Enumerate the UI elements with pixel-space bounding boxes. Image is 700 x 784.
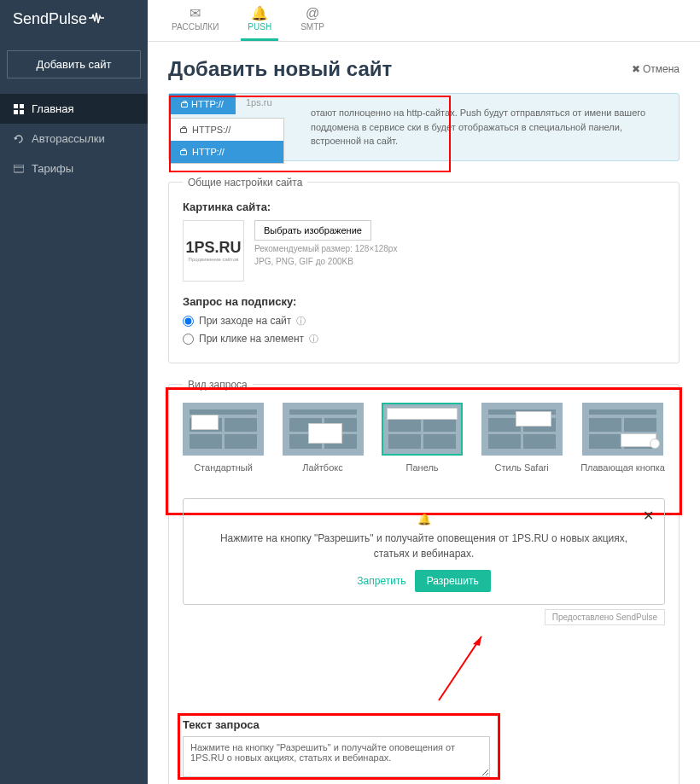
protocol-dropdown: HTTPS:// HTTP:// — [169, 118, 284, 164]
nav-label: Авторассылки — [32, 132, 105, 145]
type-label: Лайтбокс — [302, 462, 342, 473]
request-type-lightbox[interactable]: Лайтбокс — [283, 403, 364, 473]
image-hint-size: Рекомендуемый размер: 128×128px — [254, 244, 397, 253]
topnav-label: SMTP — [300, 22, 324, 32]
svg-line-6 — [439, 636, 481, 700]
protocol-info-text: отают полноценно на http-сайтах. Push бу… — [311, 106, 665, 148]
pulse-icon — [89, 10, 104, 28]
radio-on-visit-input[interactable] — [183, 316, 194, 327]
nav-label: Тарифы — [32, 162, 73, 175]
topnav-label: РАССЫЛКИ — [172, 22, 219, 32]
lock-icon — [180, 126, 187, 133]
type-label: Панель — [406, 462, 439, 473]
radio-label: При клике на элемент — [199, 333, 304, 345]
notification-preview: ✕ 🔔 Нажмите на кнопку "Разрешить" и полу… — [183, 498, 665, 605]
top-nav: ✉ РАССЫЛКИ 🔔 PUSH @ SMTP — [148, 0, 700, 42]
page-title: Добавить новый сайт — [168, 57, 392, 81]
request-text-input[interactable] — [183, 736, 490, 777]
info-icon[interactable]: ⓘ — [296, 315, 306, 328]
lock-open-icon — [180, 148, 187, 155]
preview-text: Нажмите на кнопку "Разрешить" и получайт… — [214, 531, 633, 561]
logo-sub: Продвижение сайтов — [189, 257, 239, 262]
logo-main: 1PS — [185, 239, 214, 256]
info-icon[interactable]: ⓘ — [309, 333, 318, 346]
brand-text: SendPulse — [13, 10, 87, 28]
svg-rect-0 — [14, 104, 18, 108]
add-site-button[interactable]: Добавить сайт — [7, 50, 141, 78]
logo-suffix: .RU — [215, 239, 242, 256]
nav-tariffs[interactable]: Тарифы — [0, 154, 148, 183]
protocol-option-http[interactable]: HTTP:// — [170, 141, 283, 163]
grid-icon — [13, 104, 25, 114]
brand-logo: SendPulse — [0, 0, 148, 38]
type-label: Плавающая кнопка — [580, 462, 665, 473]
protocol-tab-label: HTTP:// — [191, 99, 224, 109]
site-url-input[interactable]: 1ps.ru — [246, 97, 272, 107]
annotation-arrow — [268, 632, 490, 709]
radio-on-click-input[interactable] — [183, 334, 194, 345]
type-label: Стиль Safari — [495, 462, 549, 473]
bell-icon: 🔔 — [214, 513, 633, 526]
request-text-block: Текст запроса — [183, 718, 499, 780]
svg-rect-3 — [20, 110, 24, 114]
request-type-safari[interactable]: Стиль Safari — [481, 403, 563, 473]
type-label: Стандартный — [194, 462, 253, 473]
protocol-info-box: HTTP:// 1ps.ru HTTPS:// HTTP:// отают по… — [168, 93, 680, 161]
topnav-label: PUSH — [248, 22, 271, 32]
deny-button[interactable]: Запретить — [357, 575, 405, 587]
radio-on-visit[interactable]: При заходе на сайт ⓘ — [183, 315, 665, 328]
request-legend: Вид запроса — [183, 379, 253, 391]
option-label: HTTPS:// — [192, 125, 230, 135]
envelope-icon: ✉ — [190, 7, 201, 20]
lock-open-icon — [181, 101, 188, 107]
provided-by-label: Предоставлено SendPulse — [545, 609, 665, 625]
card-icon — [13, 164, 25, 174]
protocol-option-https[interactable]: HTTPS:// — [170, 119, 283, 141]
svg-rect-1 — [20, 104, 24, 108]
main-content: ✉ РАССЫЛКИ 🔔 PUSH @ SMTP Добавить новый … — [148, 0, 700, 784]
nav-label: Главная — [32, 102, 73, 115]
nav-home[interactable]: Главная — [0, 94, 148, 124]
allow-button[interactable]: Разрешить — [415, 570, 491, 592]
sidebar: SendPulse Добавить сайт Главная Авторасс… — [0, 0, 148, 784]
topnav-mailings[interactable]: ✉ РАССЫЛКИ — [165, 3, 225, 41]
request-text-label: Текст запроса — [183, 718, 499, 731]
request-type-panel[interactable]: Панель — [382, 403, 463, 473]
cancel-link[interactable]: Отмена — [632, 63, 680, 75]
site-image-preview: 1PS.RU Продвижение сайтов — [183, 220, 244, 282]
select-image-button[interactable]: Выбрать изображение — [254, 220, 371, 241]
topnav-push[interactable]: 🔔 PUSH — [241, 3, 278, 41]
bell-icon: 🔔 — [251, 7, 268, 20]
at-icon: @ — [306, 7, 319, 20]
nav-autosend[interactable]: Авторассылки — [0, 124, 148, 154]
svg-rect-4 — [14, 165, 24, 172]
request-view-fieldset: Вид запроса Стандартный Лайтбокс Панель — [168, 379, 680, 785]
request-type-floating[interactable]: Плавающая кнопка — [580, 403, 665, 473]
radio-on-click[interactable]: При клике на элемент ⓘ — [183, 333, 665, 346]
general-settings-fieldset: Общие настройки сайта Картинка сайта: 1P… — [168, 177, 680, 363]
svg-rect-2 — [14, 110, 18, 114]
image-label: Картинка сайта: — [183, 200, 665, 213]
subscribe-request-label: Запрос на подписку: — [183, 295, 665, 308]
radio-label: При заходе на сайт — [199, 315, 291, 327]
topnav-smtp[interactable]: @ SMTP — [294, 3, 331, 41]
option-label: HTTP:// — [192, 147, 225, 157]
svg-marker-7 — [473, 636, 481, 646]
protocol-tab[interactable]: HTTP:// — [169, 94, 236, 114]
close-preview-button[interactable]: ✕ — [643, 508, 654, 524]
general-legend: Общие настройки сайта — [183, 177, 307, 189]
request-type-standard[interactable]: Стандартный — [183, 403, 264, 473]
image-hint-format: JPG, PNG, GIF до 200KB — [254, 257, 397, 266]
refresh-icon — [13, 134, 25, 144]
